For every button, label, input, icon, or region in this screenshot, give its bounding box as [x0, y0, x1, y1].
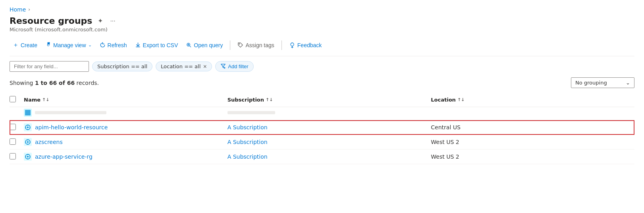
open-query-button[interactable]: Open query: [183, 40, 226, 51]
location-cell-1: West US 2: [431, 139, 634, 145]
subscription-link-2[interactable]: A Subscription: [228, 154, 268, 160]
truncated-resource-icon: [24, 109, 32, 117]
grouping-dropdown[interactable]: No grouping ⌄: [571, 77, 634, 88]
breadcrumb: Home ›: [10, 6, 634, 13]
pin-button[interactable]: ✦: [96, 16, 104, 25]
page-container: Home › Resource groups ✦ ··· Microsoft (…: [0, 0, 644, 213]
ellipsis-icon: ···: [110, 17, 115, 25]
tag-icon: [237, 42, 243, 48]
name-sort-icon: ↑↓: [42, 97, 49, 102]
resource-group-icon-1: [24, 138, 32, 146]
svg-point-13: [27, 156, 29, 157]
table-row: azure-app-service-rg A Subscription West…: [10, 150, 634, 164]
more-options-button[interactable]: ···: [108, 17, 117, 25]
grouping-chevron-icon: ⌄: [626, 80, 630, 86]
feedback-button[interactable]: Feedback: [286, 40, 325, 51]
page-subtitle: Microsoft (microsoft.onmicrosoft.com): [10, 27, 634, 33]
records-count: Showing 1 to 66 of 66 records.: [10, 80, 99, 86]
location-cell-0: Central US: [431, 124, 634, 130]
resource-cell-1: azscreens: [24, 138, 228, 146]
table-row: azscreens A Subscription West US 2: [10, 135, 634, 150]
resource-group-icon-0: [24, 123, 32, 131]
records-row: Showing 1 to 66 of 66 records. No groupi…: [10, 77, 634, 88]
download-icon: [135, 42, 141, 48]
row-checkbox-0[interactable]: [10, 124, 16, 130]
location-filter-pill[interactable]: Location == all ✕: [156, 61, 212, 71]
create-button[interactable]: ＋ Create: [10, 39, 40, 51]
truncated-row: [10, 107, 634, 120]
subscription-filter-pill[interactable]: Subscription == all: [92, 61, 152, 71]
subscription-sort-icon: ↑↓: [266, 97, 273, 102]
svg-point-2: [291, 43, 294, 46]
resource-link-1[interactable]: azscreens: [35, 139, 63, 145]
query-icon: [186, 42, 192, 48]
row-checkbox-1[interactable]: [10, 138, 16, 145]
svg-point-1: [239, 44, 240, 44]
select-all-checkbox-cell: [10, 96, 24, 104]
resource-cell-2: azure-app-service-rg: [24, 153, 228, 161]
svg-point-10: [27, 141, 29, 143]
col-header-name[interactable]: Name ↑↓: [24, 96, 228, 104]
refresh-button[interactable]: Refresh: [96, 40, 130, 51]
gear-icon: [45, 42, 51, 48]
table: Name ↑↓ Subscription ↑↓ Location ↑↓: [10, 93, 634, 164]
pin-icon: ✦: [98, 17, 103, 25]
assign-tags-button[interactable]: Assign tags: [234, 40, 277, 51]
filter-row: Subscription == all Location == all ✕ Ad…: [10, 61, 634, 72]
breadcrumb-separator: ›: [28, 7, 30, 12]
add-filter-button[interactable]: Add filter: [215, 61, 253, 72]
toolbar: ＋ Create Manage view ⌄ Refresh: [10, 39, 634, 56]
table-header: Name ↑↓ Subscription ↑↓ Location ↑↓: [10, 93, 634, 107]
location-filter-close-icon[interactable]: ✕: [203, 64, 207, 69]
resource-cell-0: apim-hello-world-resource: [24, 123, 228, 131]
subscription-link-0[interactable]: A Subscription: [228, 124, 268, 130]
toolbar-separator-2: [282, 40, 282, 50]
export-csv-button[interactable]: Export to CSV: [132, 40, 181, 51]
svg-rect-4: [25, 110, 31, 115]
subscription-link-1[interactable]: A Subscription: [228, 139, 268, 145]
manage-view-button[interactable]: Manage view ⌄: [42, 40, 95, 51]
location-cell-2: West US 2: [431, 154, 634, 160]
toolbar-separator-1: [230, 40, 230, 50]
col-header-location[interactable]: Location ↑↓: [431, 96, 634, 104]
resource-link-0[interactable]: apim-hello-world-resource: [35, 124, 108, 130]
refresh-icon: [100, 42, 106, 48]
select-all-checkbox[interactable]: [10, 96, 16, 102]
resource-link-2[interactable]: azure-app-service-rg: [35, 154, 93, 160]
funnel-plus-icon: [220, 63, 226, 70]
resource-group-icon-2: [24, 153, 32, 161]
chevron-down-icon: ⌄: [88, 42, 92, 48]
svg-point-7: [27, 127, 29, 128]
table-row: apim-hello-world-resource A Subscription…: [10, 120, 634, 135]
plus-icon: ＋: [13, 41, 19, 49]
col-header-subscription[interactable]: Subscription ↑↓: [228, 96, 431, 104]
page-title: Resource groups: [10, 16, 92, 26]
page-header: Resource groups ✦ ···: [10, 16, 634, 26]
filter-input[interactable]: [10, 61, 89, 72]
row-checkbox-2[interactable]: [10, 153, 16, 159]
breadcrumb-home[interactable]: Home: [10, 6, 26, 13]
location-sort-icon: ↑↓: [457, 97, 465, 102]
feedback-icon: [289, 42, 295, 48]
